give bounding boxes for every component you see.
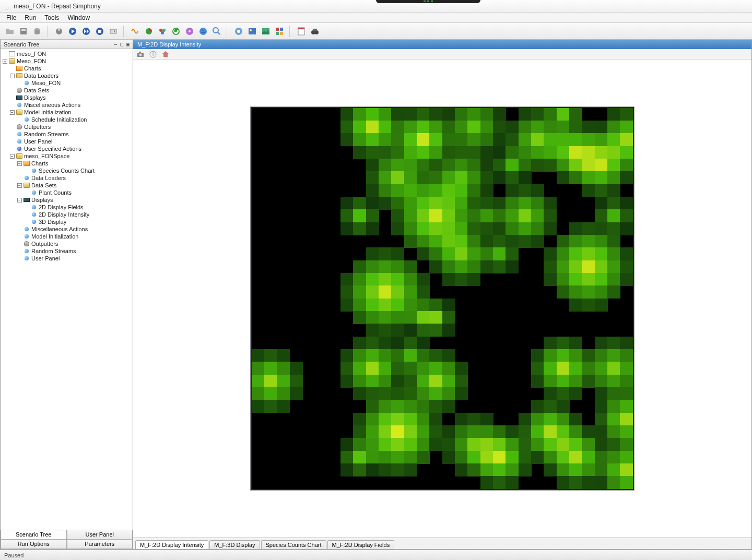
- globe-icon[interactable]: [197, 26, 209, 37]
- simulation-canvas[interactable]: [252, 108, 633, 489]
- cd-icon[interactable]: [184, 26, 195, 37]
- tree-item[interactable]: Miscellaneous Actions: [10, 101, 132, 109]
- tree-toggle[interactable]: −: [10, 154, 15, 159]
- maximize-icon[interactable]: ▣: [125, 41, 131, 47]
- wave-icon[interactable]: [130, 26, 141, 37]
- power-button[interactable]: [53, 26, 65, 37]
- play-button[interactable]: [67, 26, 78, 37]
- tree-item-label: meso_FONSpace: [24, 152, 69, 160]
- dot-icon: [31, 189, 37, 196]
- tree-item[interactable]: −Displays: [17, 196, 132, 204]
- tree-item[interactable]: −Meso_FON: [3, 57, 132, 65]
- tab-user-panel[interactable]: User Panel: [67, 530, 133, 540]
- tree-item[interactable]: User Panel: [17, 255, 132, 262]
- tree-item[interactable]: meso_FON: [3, 50, 132, 57]
- tree-item[interactable]: Random Streams: [10, 130, 132, 138]
- svg-rect-25: [280, 28, 283, 31]
- display-icon: [24, 197, 30, 203]
- minimize-icon[interactable]: –: [113, 41, 118, 47]
- tree-item[interactable]: User Specified Actions: [10, 145, 132, 152]
- menu-file[interactable]: File: [2, 13, 20, 22]
- network-icon[interactable]: [233, 26, 244, 37]
- binoculars-icon[interactable]: [309, 26, 321, 37]
- dot-icon: [31, 219, 37, 225]
- tab-3d-display[interactable]: M_F:3D Display: [209, 540, 260, 549]
- camera-icon[interactable]: [136, 50, 145, 58]
- tree-item[interactable]: −meso_FONSpace: [10, 152, 132, 160]
- grid-icon[interactable]: [274, 26, 285, 37]
- tree-item[interactable]: 2D Display Fields: [25, 204, 132, 211]
- tree-item[interactable]: Schedule Initialization: [17, 116, 132, 123]
- toolbar: [0, 23, 752, 40]
- tree-item[interactable]: User Panel: [10, 138, 132, 145]
- tree-item[interactable]: Outputters: [10, 123, 132, 130]
- pie-icon[interactable]: [143, 26, 155, 37]
- step-button[interactable]: [80, 26, 92, 37]
- tree-item[interactable]: Species Counts Chart: [25, 167, 132, 174]
- scenario-tree[interactable]: meso_FON−Meso_FONCharts−Data LoadersMeso…: [1, 49, 133, 530]
- toolbar-sep: [289, 26, 291, 37]
- tree-item-label: Model Initialization: [31, 233, 79, 240]
- tree-item[interactable]: Meso_FON: [17, 79, 132, 87]
- tree-item[interactable]: Displays: [10, 94, 132, 101]
- spreadsheet-icon[interactable]: [296, 26, 307, 37]
- dot-icon: [24, 116, 30, 123]
- image-green-icon[interactable]: [260, 26, 272, 37]
- tab-scenario-tree[interactable]: Scenario Tree: [1, 530, 67, 540]
- tree-item[interactable]: −Data Loaders: [10, 72, 132, 79]
- tree-item[interactable]: Model Initialization: [17, 233, 132, 240]
- home-icon[interactable]: [161, 50, 170, 58]
- dot-icon: [31, 204, 37, 210]
- tab-parameters[interactable]: Parameters: [67, 540, 133, 549]
- left-tabs: Scenario Tree User Panel Run Options Par…: [1, 530, 133, 549]
- tree-item[interactable]: Charts: [10, 65, 132, 72]
- reset-button[interactable]: [108, 26, 119, 37]
- info-icon[interactable]: i: [149, 50, 157, 58]
- tree-toggle[interactable]: −: [10, 110, 15, 115]
- svg-point-12: [162, 29, 166, 32]
- tree-toggle[interactable]: −: [3, 59, 7, 64]
- svg-rect-8: [98, 30, 101, 33]
- tree-toggle[interactable]: −: [17, 198, 22, 202]
- save-button[interactable]: [18, 26, 29, 37]
- stop-button[interactable]: [94, 26, 105, 37]
- database-button[interactable]: [31, 26, 43, 37]
- tree-toggle[interactable]: −: [10, 74, 15, 78]
- status-text: Paused: [4, 552, 24, 558]
- svg-text:i: i: [152, 52, 154, 57]
- open-folder-button[interactable]: [4, 26, 16, 37]
- tree-toggle[interactable]: −: [17, 183, 22, 188]
- tab-species-chart[interactable]: Species Counts Chart: [261, 540, 326, 549]
- tab-2d-fields[interactable]: M_F:2D Display Fields: [327, 540, 395, 549]
- image-blue-icon[interactable]: [246, 26, 258, 37]
- dot-icon: [24, 255, 30, 261]
- tree-item-label: Outputters: [31, 240, 58, 247]
- tab-2d-intensity[interactable]: M_F:2D Display Intensity: [135, 540, 208, 549]
- toolbar-sep: [123, 26, 125, 37]
- menu-run[interactable]: Run: [20, 13, 40, 22]
- tree-item[interactable]: Miscellaneous Actions: [17, 225, 132, 233]
- tree-item[interactable]: Data Sets: [10, 87, 132, 94]
- tree-item[interactable]: −Model Initialization: [10, 109, 132, 116]
- tab-run-options[interactable]: Run Options: [1, 540, 67, 549]
- tree-item[interactable]: 3D Display: [25, 218, 132, 225]
- tree-item[interactable]: 2D Display Intensity: [25, 211, 132, 218]
- tree-item[interactable]: −Charts: [17, 160, 132, 167]
- tree-item[interactable]: Outputters: [17, 240, 132, 247]
- tree-item[interactable]: Plant Counts: [25, 189, 132, 196]
- refresh-green-icon[interactable]: [170, 26, 182, 37]
- agents-icon[interactable]: [157, 26, 168, 37]
- tree-toggle[interactable]: −: [17, 161, 22, 166]
- restore-icon[interactable]: ▢: [119, 41, 124, 47]
- tree-item[interactable]: Random Streams: [17, 247, 132, 255]
- tree-item[interactable]: −Data Sets: [17, 182, 132, 189]
- menu-tools[interactable]: Tools: [40, 13, 63, 22]
- tree-item[interactable]: Data Loaders: [17, 174, 132, 182]
- dot-icon: [24, 175, 30, 181]
- dot-icon: [24, 80, 30, 86]
- tree-item-label: 2D Display Fields: [39, 204, 84, 211]
- zoom-icon[interactable]: [211, 26, 222, 37]
- titlebar: meso_FON - Repast Simphony: [0, 0, 752, 13]
- dot-icon: [24, 233, 30, 240]
- menu-window[interactable]: Window: [63, 13, 94, 22]
